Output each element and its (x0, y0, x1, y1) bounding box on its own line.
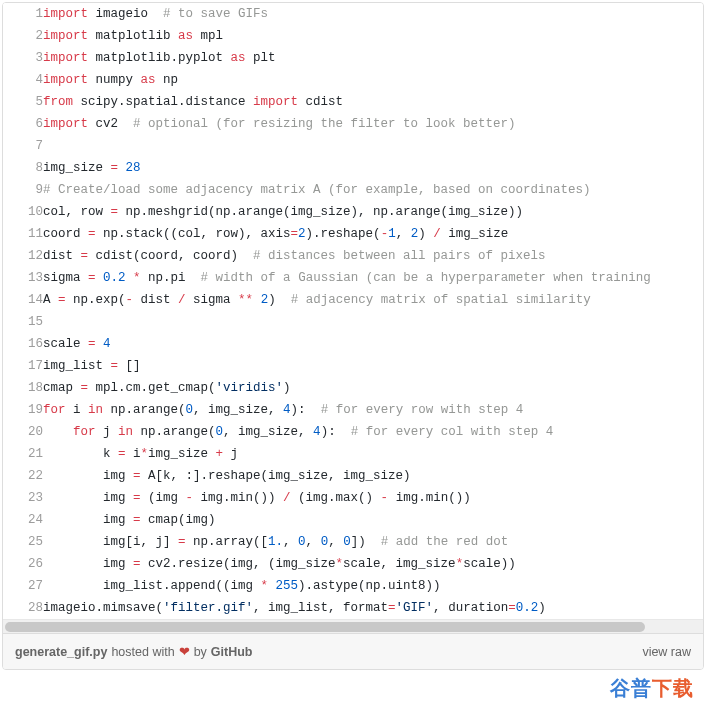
line-number[interactable]: 7 (3, 135, 43, 157)
token-pl: ).astype(np.uint8)) (298, 579, 441, 593)
line-number[interactable]: 10 (3, 201, 43, 223)
line-number[interactable]: 5 (3, 91, 43, 113)
token-pl: scipy.spatial.distance (73, 95, 253, 109)
heart-icon: ❤ (179, 644, 190, 659)
token-pl: img.min()) (193, 491, 283, 505)
token-op: = (133, 469, 141, 483)
token-pl: , (396, 227, 411, 241)
token-cm: # optional (for resizing the filter to l… (133, 117, 516, 131)
token-pl: col, row (43, 205, 111, 219)
line-number[interactable]: 12 (3, 245, 43, 267)
line-content[interactable]: import matplotlib as mpl (43, 25, 703, 47)
line-content[interactable]: import matplotlib.pyplot as plt (43, 47, 703, 69)
line-content[interactable]: from scipy.spatial.distance import cdist (43, 91, 703, 113)
line-content[interactable]: img_size = 28 (43, 157, 703, 179)
line-content[interactable]: A = np.exp(- dist / sigma ** 2) # adjace… (43, 289, 703, 311)
line-number[interactable]: 15 (3, 311, 43, 333)
line-content[interactable]: sigma = 0.2 * np.pi # width of a Gaussia… (43, 267, 703, 289)
line-content[interactable]: col, row = np.meshgrid(np.arange(img_siz… (43, 201, 703, 223)
line-number[interactable]: 11 (3, 223, 43, 245)
token-pl: scale)) (463, 557, 516, 571)
token-op: / (283, 491, 291, 505)
line-content[interactable] (43, 135, 703, 157)
token-n: 0 (186, 403, 194, 417)
line-number[interactable]: 24 (3, 509, 43, 531)
line-content[interactable]: img_list.append((img * 255).astype(np.ui… (43, 575, 703, 597)
line-number[interactable]: 23 (3, 487, 43, 509)
line-number[interactable]: 13 (3, 267, 43, 289)
line-number[interactable]: 19 (3, 399, 43, 421)
line-content[interactable]: img = (img - img.min()) / (img.max() - i… (43, 487, 703, 509)
code-line: 16scale = 4 (3, 333, 703, 355)
code-line: 21 k = i*img_size + j (3, 443, 703, 465)
line-number[interactable]: 16 (3, 333, 43, 355)
token-pl: mpl (193, 29, 223, 43)
line-content[interactable] (43, 311, 703, 333)
line-number[interactable]: 1 (3, 3, 43, 25)
line-number[interactable]: 3 (3, 47, 43, 69)
filename-link[interactable]: generate_gif.py (15, 645, 107, 659)
line-content[interactable]: cmap = mpl.cm.get_cmap('viridis') (43, 377, 703, 399)
view-raw-link[interactable]: view raw (642, 645, 691, 659)
token-pl: ) (268, 293, 291, 307)
line-content[interactable]: coord = np.stack((col, row), axis=2).res… (43, 223, 703, 245)
token-cm: # Create/load some adjacency matrix A (f… (43, 183, 591, 197)
token-pl: img (43, 491, 133, 505)
line-content[interactable]: import imageio # to save GIFs (43, 3, 703, 25)
token-pl: , (433, 601, 448, 615)
token-pl: ) (418, 227, 433, 241)
token-pl: matplotlib (88, 29, 178, 43)
line-content[interactable]: imageio.mimsave('filter.gif', img_list, … (43, 597, 703, 619)
code-line: 1import imageio # to save GIFs (3, 3, 703, 25)
token-op: * (133, 271, 141, 285)
line-number[interactable]: 21 (3, 443, 43, 465)
token-kw: in (118, 425, 133, 439)
line-content[interactable]: img = cmap(img) (43, 509, 703, 531)
token-pl: , (283, 535, 298, 549)
token-cm: # adjacency matrix of spatial similarity (291, 293, 591, 307)
line-content[interactable]: img = A[k, :].reshape(img_size, img_size… (43, 465, 703, 487)
line-content[interactable]: img[i, j] = np.array([1., 0, 0, 0]) # ad… (43, 531, 703, 553)
line-number[interactable]: 2 (3, 25, 43, 47)
token-pl: (img (141, 491, 186, 505)
token-pl: ): (321, 425, 351, 439)
line-number[interactable]: 6 (3, 113, 43, 135)
line-number[interactable]: 20 (3, 421, 43, 443)
line-number[interactable]: 25 (3, 531, 43, 553)
token-pl: [] (118, 359, 141, 373)
token-pl: np.exp( (66, 293, 126, 307)
line-content[interactable]: dist = cdist(coord, coord) # distances b… (43, 245, 703, 267)
line-number[interactable]: 9 (3, 179, 43, 201)
line-number[interactable]: 14 (3, 289, 43, 311)
scrollbar-thumb[interactable] (5, 622, 645, 632)
line-number[interactable]: 4 (3, 69, 43, 91)
line-number[interactable]: 28 (3, 597, 43, 619)
line-number[interactable]: 17 (3, 355, 43, 377)
token-op: = (291, 227, 299, 241)
code-scroll-area[interactable]: 1import imageio # to save GIFs2import ma… (3, 3, 703, 619)
line-content[interactable]: # Create/load some adjacency matrix A (f… (43, 179, 703, 201)
token-pl: cv2.resize(img, (img_size (141, 557, 336, 571)
token-op: * (456, 557, 464, 571)
horizontal-scrollbar[interactable] (3, 619, 703, 633)
token-op: = (58, 293, 66, 307)
line-content[interactable]: import numpy as np (43, 69, 703, 91)
line-content[interactable]: k = i*img_size + j (43, 443, 703, 465)
line-content[interactable]: scale = 4 (43, 333, 703, 355)
github-link[interactable]: GitHub (211, 645, 253, 659)
token-pl: cdist(coord, coord) (88, 249, 253, 263)
code-line: 22 img = A[k, :].reshape(img_size, img_s… (3, 465, 703, 487)
line-number[interactable]: 8 (3, 157, 43, 179)
line-content[interactable]: img = cv2.resize(img, (img_size*scale, i… (43, 553, 703, 575)
line-number[interactable]: 22 (3, 465, 43, 487)
line-content[interactable]: import cv2 # optional (for resizing the … (43, 113, 703, 135)
line-content[interactable]: for i in np.arange(0, img_size, 4): # fo… (43, 399, 703, 421)
token-pl: np.arange( (133, 425, 216, 439)
line-content[interactable]: for j in np.arange(0, img_size, 4): # fo… (43, 421, 703, 443)
token-kw: import (43, 29, 88, 43)
line-number[interactable]: 26 (3, 553, 43, 575)
line-number[interactable]: 18 (3, 377, 43, 399)
line-number[interactable]: 27 (3, 575, 43, 597)
line-content[interactable]: img_list = [] (43, 355, 703, 377)
token-pl: img (43, 513, 133, 527)
